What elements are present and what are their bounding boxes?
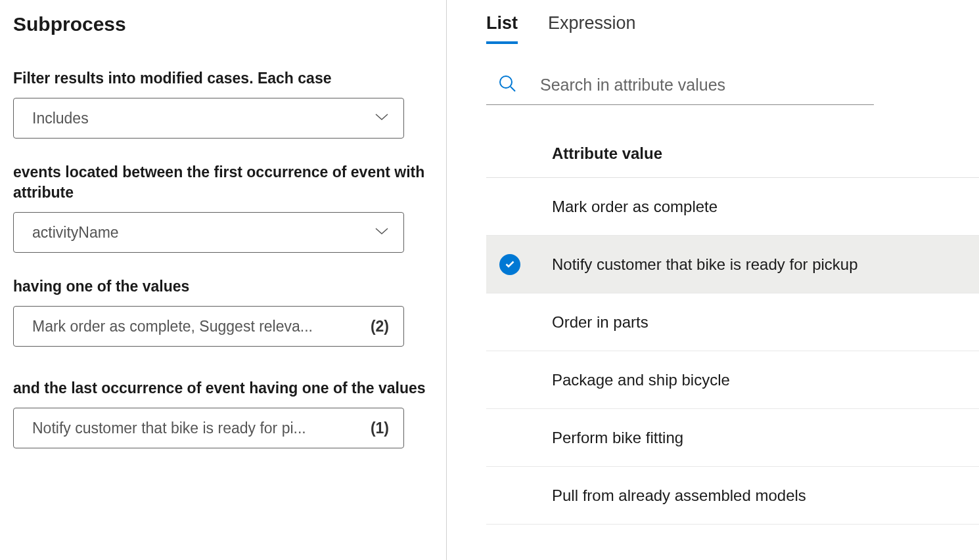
attribute-item[interactable]: Notify customer that bike is ready for p… — [486, 236, 979, 293]
tab-list[interactable]: List — [486, 13, 518, 44]
attribute-item[interactable]: Package and ship bicycle — [486, 351, 979, 409]
left-panel: Subprocess Filter results into modified … — [0, 0, 447, 560]
having-label: having one of the values — [13, 276, 433, 297]
attribute-item[interactable]: Mark order as complete — [486, 178, 979, 236]
right-panel: ListExpression Attribute value Mark orde… — [447, 0, 979, 560]
filter-select-value: Includes — [32, 110, 89, 127]
search-input[interactable] — [540, 75, 874, 95]
attribute-item-label: Pull from already assembled models — [552, 486, 806, 505]
search-icon — [498, 74, 516, 95]
having-field-group: having one of the values Mark order as c… — [13, 276, 433, 347]
chevron-down-icon — [375, 226, 389, 238]
filter-select[interactable]: Includes — [13, 98, 404, 139]
attribute-list: Mark order as completeNotify customer th… — [486, 178, 979, 525]
check-icon — [499, 254, 520, 275]
having-multiselect-text: Mark order as complete, Suggest releva..… — [32, 318, 364, 335]
last-multiselect[interactable]: Notify customer that bike is ready for p… — [13, 408, 404, 448]
attribute-item-label: Perform bike fitting — [552, 429, 683, 447]
events-select-value: activityName — [32, 224, 119, 242]
having-multiselect[interactable]: Mark order as complete, Suggest releva..… — [13, 306, 404, 347]
chevron-down-icon — [375, 112, 389, 124]
filter-label: Filter results into modified cases. Each… — [13, 68, 433, 89]
events-label: events located between the first occurre… — [13, 162, 433, 203]
having-multiselect-count: (2) — [371, 318, 389, 335]
tabs: ListExpression — [486, 13, 979, 44]
page-title: Subprocess — [13, 13, 433, 35]
svg-point-0 — [500, 76, 512, 88]
attribute-item-label: Package and ship bicycle — [552, 371, 730, 389]
last-field-group: and the last occurrence of event having … — [13, 378, 433, 448]
last-label: and the last occurrence of event having … — [13, 378, 433, 398]
events-field-group: events located between the first occurre… — [13, 162, 433, 253]
attribute-item-label: Order in parts — [552, 313, 649, 332]
svg-line-1 — [511, 87, 515, 91]
attribute-item[interactable]: Order in parts — [486, 293, 979, 351]
last-multiselect-text: Notify customer that bike is ready for p… — [32, 420, 364, 437]
search-row — [486, 74, 874, 105]
events-select[interactable]: activityName — [13, 212, 404, 253]
attribute-header: Attribute value — [486, 144, 979, 178]
attribute-item[interactable]: Pull from already assembled models — [486, 467, 979, 525]
last-multiselect-count: (1) — [371, 420, 389, 437]
attribute-item-label: Mark order as complete — [552, 198, 717, 216]
attribute-item-label: Notify customer that bike is ready for p… — [552, 255, 858, 274]
attribute-item[interactable]: Perform bike fitting — [486, 409, 979, 467]
filter-field-group: Filter results into modified cases. Each… — [13, 68, 433, 139]
tab-expression[interactable]: Expression — [548, 13, 636, 44]
